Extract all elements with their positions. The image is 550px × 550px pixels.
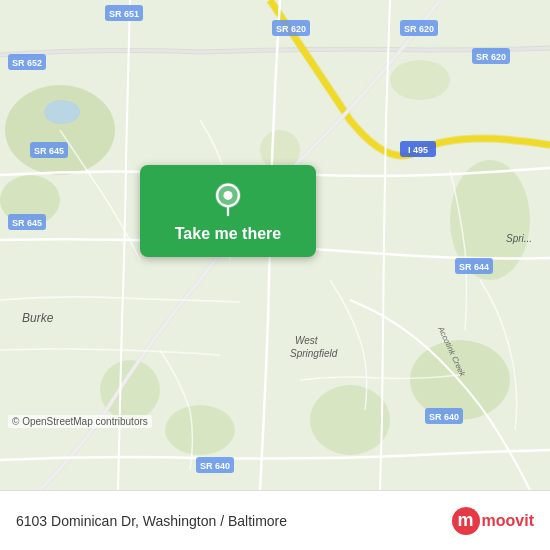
svg-point-7 bbox=[100, 360, 160, 420]
svg-point-40 bbox=[224, 191, 233, 200]
svg-text:SR 644: SR 644 bbox=[459, 262, 489, 272]
svg-text:West: West bbox=[295, 335, 319, 346]
moovit-logo-icon: m bbox=[452, 507, 480, 535]
svg-text:SR 652: SR 652 bbox=[12, 58, 42, 68]
svg-point-6 bbox=[165, 405, 235, 455]
moovit-brand-text: moovit bbox=[482, 512, 534, 530]
svg-text:SR 645: SR 645 bbox=[34, 146, 64, 156]
svg-text:SR 651: SR 651 bbox=[109, 9, 139, 19]
svg-text:Springfield: Springfield bbox=[290, 348, 338, 359]
svg-text:SR 620: SR 620 bbox=[404, 24, 434, 34]
osm-credit: © OpenStreetMap contributors bbox=[8, 415, 152, 428]
svg-text:Burke: Burke bbox=[22, 311, 54, 325]
svg-text:SR 620: SR 620 bbox=[276, 24, 306, 34]
svg-text:Spri...: Spri... bbox=[506, 233, 532, 244]
svg-text:SR 620: SR 620 bbox=[476, 52, 506, 62]
address-text: 6103 Dominican Dr, Washington / Baltimor… bbox=[16, 513, 287, 529]
svg-text:SR 640: SR 640 bbox=[429, 412, 459, 422]
svg-point-8 bbox=[390, 60, 450, 100]
button-label: Take me there bbox=[175, 225, 281, 243]
take-me-there-button[interactable]: Take me there bbox=[140, 165, 316, 257]
svg-text:I 495: I 495 bbox=[408, 145, 428, 155]
bottom-bar: 6103 Dominican Dr, Washington / Baltimor… bbox=[0, 490, 550, 550]
map-container: SR 651 SR 652 SR 620 SR 620 SR 620 SR 64… bbox=[0, 0, 550, 490]
svg-point-10 bbox=[44, 100, 80, 124]
svg-point-5 bbox=[310, 385, 390, 455]
location-pin-icon bbox=[210, 181, 246, 217]
svg-text:SR 640: SR 640 bbox=[200, 461, 230, 471]
svg-text:SR 645: SR 645 bbox=[12, 218, 42, 228]
moovit-logo[interactable]: m moovit bbox=[452, 507, 534, 535]
